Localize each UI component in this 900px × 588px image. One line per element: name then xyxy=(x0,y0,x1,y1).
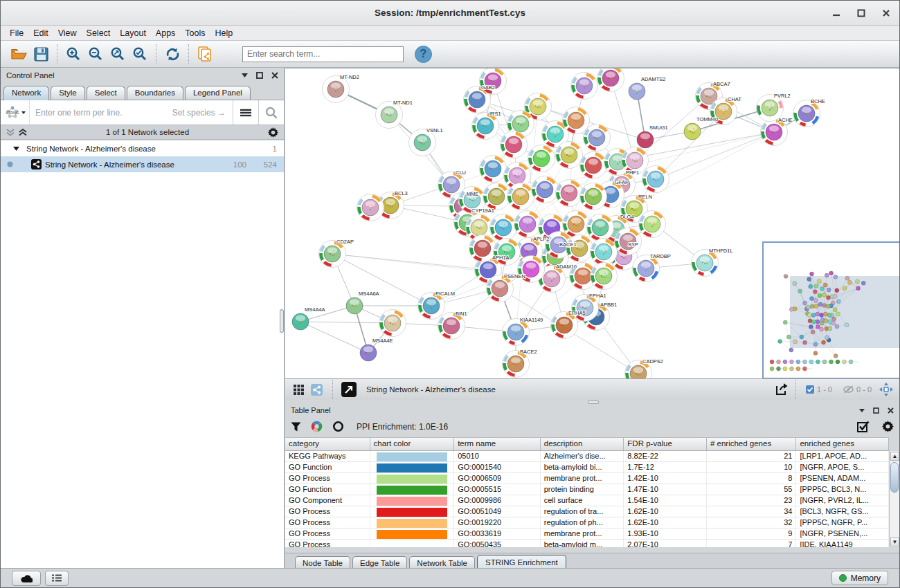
open-session-button[interactable] xyxy=(8,43,30,65)
export-network-button[interactable] xyxy=(772,380,791,398)
scroll-down-arrow[interactable]: ▼ xyxy=(890,538,899,546)
collapse-all-icon[interactable] xyxy=(6,129,15,136)
species-selector[interactable]: Set species → xyxy=(172,108,233,118)
detach-view-button[interactable] xyxy=(340,380,358,398)
network-node-tomm40[interactable] xyxy=(684,123,701,140)
cell-enriched-genes: 32 xyxy=(707,517,797,528)
select-columns-button[interactable] xyxy=(857,421,870,432)
filter-button[interactable] xyxy=(291,422,301,432)
menu-help[interactable]: Help xyxy=(210,27,238,39)
enrichment-row[interactable]: GO ProcessGO:0019220regulation of ph...1… xyxy=(285,517,889,529)
cell-term-name: GO:0051049 xyxy=(454,506,541,517)
column-header-category[interactable]: category xyxy=(285,438,370,450)
network-node[interactable] xyxy=(477,153,508,184)
network-node-ms4a4a[interactable] xyxy=(292,313,309,330)
menu-view[interactable]: View xyxy=(53,27,82,39)
scroll-up-arrow[interactable]: ▲ xyxy=(890,452,899,461)
zoom-selected-button[interactable] xyxy=(129,43,151,65)
panel-divider[interactable] xyxy=(285,400,899,405)
zoom-out-button[interactable] xyxy=(84,43,107,65)
cell-fdr-p-value: 2.07E-10 xyxy=(624,540,707,547)
chart-color-cell xyxy=(370,484,455,495)
tab-style[interactable]: Style xyxy=(51,86,85,100)
panel-float-icon[interactable] xyxy=(256,72,263,79)
tree-expand-caret[interactable] xyxy=(13,146,19,151)
column-header-enriched-genes[interactable]: enriched genes xyxy=(796,438,889,450)
panel-resize-grip[interactable] xyxy=(280,309,284,333)
remove-charts-button[interactable] xyxy=(332,421,344,432)
network-node-adamts2[interactable] xyxy=(629,83,645,100)
view-mode-button[interactable] xyxy=(307,380,325,398)
string-logo-icon[interactable]: STRING xyxy=(1,100,30,125)
string-search-button[interactable] xyxy=(258,100,284,125)
network-node[interactable] xyxy=(568,70,600,101)
cell-fdr-p-value: 1.47E-10 xyxy=(624,484,707,495)
enrichment-row[interactable]: GO ProcessGO:0051049regulation of tra...… xyxy=(285,506,889,517)
cell-enriched-genes: 21 xyxy=(707,451,797,461)
panel-close-icon[interactable] xyxy=(271,72,278,79)
table-settings-gear-icon[interactable] xyxy=(882,421,894,432)
draw-charts-button[interactable] xyxy=(311,421,323,432)
network-node-smug1[interactable] xyxy=(637,131,654,148)
minimize-button[interactable] xyxy=(831,8,841,18)
maximize-button[interactable] xyxy=(856,8,866,18)
network-tree-row[interactable]: String Network - Alzheimer's disease1005… xyxy=(1,156,284,172)
column-header-fdr-p-value[interactable]: FDR p-value xyxy=(624,438,707,450)
cloud-button[interactable] xyxy=(12,571,41,586)
table-panel-float-icon[interactable] xyxy=(873,407,879,414)
search-input[interactable] xyxy=(242,46,404,62)
enrichment-row[interactable]: GO ProcessGO:0033619membrane prot...1.93… xyxy=(285,529,889,540)
network-node-ms4a6a[interactable] xyxy=(346,297,363,314)
network-node[interactable] xyxy=(377,307,408,338)
string-query-input[interactable]: Enter one term per line. xyxy=(30,108,172,118)
memory-button[interactable]: Memory xyxy=(831,571,888,585)
menu-tools[interactable]: Tools xyxy=(180,27,210,39)
birds-eye-view[interactable] xyxy=(762,241,900,379)
menu-edit[interactable]: Edit xyxy=(28,27,53,39)
save-session-button[interactable] xyxy=(30,43,52,65)
birdseye-toggle-button[interactable] xyxy=(877,380,895,398)
network-tree-row[interactable]: String Network - Alzheimer's disease1 xyxy=(1,140,284,156)
network-options-gear-icon[interactable] xyxy=(268,127,278,138)
network-canvas[interactable]: MT-ND2MT-ND1VSNL1GAB2IRS1ABCA7CHATBCHEAC… xyxy=(285,68,900,378)
import-network-button[interactable] xyxy=(194,43,216,65)
zoom-selected-icon xyxy=(132,46,147,62)
column-header-chart-color[interactable]: chart color xyxy=(370,438,455,450)
enrichment-row[interactable]: GO FunctionGO:0005515protein binding1.47… xyxy=(285,484,889,495)
tab-legend-panel[interactable]: Legend Panel xyxy=(185,86,251,100)
column-header-description[interactable]: description xyxy=(541,438,624,450)
column-header-enriched-genes[interactable]: # enriched genes xyxy=(707,438,797,450)
menu-file[interactable]: File xyxy=(5,27,28,39)
close-button[interactable] xyxy=(881,8,891,18)
table-panel-menu-icon[interactable] xyxy=(859,409,865,412)
grid-view-button[interactable] xyxy=(289,380,307,398)
scroll-thumb[interactable] xyxy=(890,462,899,493)
enrichment-row[interactable]: GO ComponentGO:0009986cell surface1.54E-… xyxy=(285,495,889,506)
tab-string-enrichment[interactable]: STRING Enrichment xyxy=(477,555,566,569)
task-history-button[interactable] xyxy=(45,571,69,586)
help-button[interactable]: ? xyxy=(415,46,432,63)
zoom-in-button[interactable] xyxy=(62,43,84,65)
table-panel-close-icon[interactable] xyxy=(888,407,894,414)
menu-apps[interactable]: Apps xyxy=(151,27,181,39)
panel-menu-icon[interactable] xyxy=(242,73,248,77)
column-header-term-name[interactable]: term name xyxy=(454,438,541,450)
network-node-ms4a4e[interactable] xyxy=(360,344,377,361)
svg-text:PHF1: PHF1 xyxy=(626,169,639,176)
network-node[interactable] xyxy=(595,68,626,94)
menu-layout[interactable]: Layout xyxy=(115,27,151,39)
table-scrollbar[interactable]: ▲ ▼ xyxy=(889,451,899,547)
tab-network[interactable]: Network xyxy=(3,86,49,100)
enrichment-row[interactable]: GO ProcessGO:0006509membrane prot...1.42… xyxy=(285,473,889,484)
zoom-fit-button[interactable] xyxy=(107,43,129,65)
string-options-button[interactable] xyxy=(233,100,258,125)
enrichment-row[interactable]: KEGG Pathways05010Alzheimer's dise...8.8… xyxy=(285,451,889,462)
menu-select[interactable]: Select xyxy=(82,27,116,39)
tab-boundaries[interactable]: Boundaries xyxy=(127,86,183,100)
refresh-button[interactable] xyxy=(161,43,183,65)
control-panel-title: Control Panel xyxy=(6,71,242,80)
enrichment-row[interactable]: GO ProcessGO:0050435beta-amyloid m...2.0… xyxy=(285,540,889,547)
enrichment-row[interactable]: GO FunctionGO:0001540beta-amyloid bi...1… xyxy=(285,462,889,473)
expand-all-icon[interactable] xyxy=(19,129,27,136)
tab-select[interactable]: Select xyxy=(87,86,125,100)
